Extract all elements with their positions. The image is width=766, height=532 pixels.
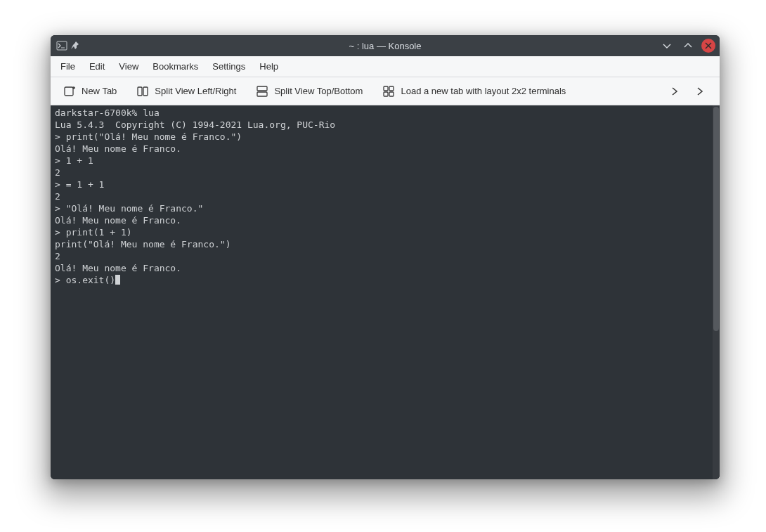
new-tab-icon xyxy=(63,85,76,98)
svg-rect-9 xyxy=(257,86,267,91)
menu-settings[interactable]: Settings xyxy=(212,61,245,72)
split-lr-label: Split View Left/Right xyxy=(155,86,236,96)
svg-rect-13 xyxy=(384,92,388,96)
window-title: ~ : lua — Konsole xyxy=(51,41,720,51)
minimize-button[interactable] xyxy=(659,38,675,53)
svg-rect-14 xyxy=(389,92,394,96)
split-left-right-button[interactable]: Split View Left/Right xyxy=(132,82,240,100)
split-lr-icon xyxy=(136,85,149,98)
new-tab-label: New Tab xyxy=(82,86,117,96)
titlebar: ~ : lua — Konsole xyxy=(51,35,720,56)
toolbar: New Tab Split View Left/Right Split View… xyxy=(51,77,720,105)
svg-rect-7 xyxy=(138,87,142,96)
new-tab-button[interactable]: New Tab xyxy=(59,82,121,100)
split-tb-label: Split View Top/Bottom xyxy=(274,86,363,96)
menu-file[interactable]: File xyxy=(60,61,75,72)
cursor xyxy=(115,275,120,285)
terminal[interactable]: darkstar-6700k% lua Lua 5.4.3 Copyright … xyxy=(51,105,713,479)
split-tb-icon xyxy=(256,85,268,98)
split-top-bottom-button[interactable]: Split View Top/Bottom xyxy=(252,82,367,100)
svg-rect-10 xyxy=(257,92,267,96)
svg-rect-4 xyxy=(65,87,73,96)
svg-rect-12 xyxy=(389,86,394,91)
toolbar-overflow-chevron-icon[interactable] xyxy=(669,86,680,97)
menu-view[interactable]: View xyxy=(119,61,138,72)
pin-icon[interactable] xyxy=(70,41,80,51)
svg-rect-11 xyxy=(384,86,388,91)
toolbar-next-chevron-icon[interactable] xyxy=(694,86,706,97)
grid-2x2-icon xyxy=(382,85,395,98)
svg-rect-0 xyxy=(57,41,67,50)
menu-edit[interactable]: Edit xyxy=(89,61,105,72)
close-button[interactable] xyxy=(701,39,715,53)
svg-rect-8 xyxy=(143,87,148,96)
menu-bookmarks[interactable]: Bookmarks xyxy=(152,61,198,72)
app-menu-icon[interactable] xyxy=(56,40,67,51)
terminal-area: darkstar-6700k% lua Lua 5.4.3 Copyright … xyxy=(51,105,720,479)
scrollbar-thumb[interactable] xyxy=(713,107,719,331)
konsole-window: ~ : lua — Konsole File Edit View Bookmar… xyxy=(51,35,720,479)
menu-help[interactable]: Help xyxy=(259,61,278,72)
layout-2x2-label: Load a new tab with layout 2x2 terminals xyxy=(401,86,566,96)
layout-2x2-button[interactable]: Load a new tab with layout 2x2 terminals xyxy=(378,82,570,100)
maximize-button[interactable] xyxy=(680,38,696,53)
menubar: File Edit View Bookmarks Settings Help xyxy=(51,56,720,77)
scrollbar[interactable] xyxy=(713,105,720,479)
